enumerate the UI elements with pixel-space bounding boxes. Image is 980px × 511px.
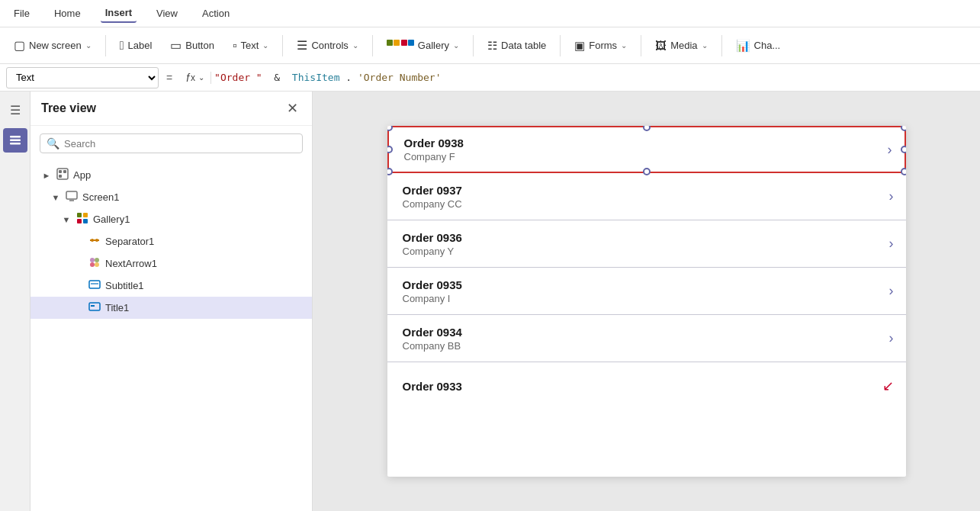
search-box: 🔍 xyxy=(40,133,303,153)
svg-point-17 xyxy=(95,258,99,262)
gallery-row-3[interactable]: Order 0936 Company Y › xyxy=(387,220,906,268)
row2-title: Order 0937 xyxy=(403,184,882,197)
svg-rect-0 xyxy=(10,136,21,138)
row3-title: Order 0936 xyxy=(403,231,882,244)
forms-caret: ⌄ xyxy=(621,41,627,50)
gallery-button[interactable]: Gallery ⌄ xyxy=(379,37,467,54)
toolbar-separator-3 xyxy=(372,35,373,56)
row2-text: Order 0937 Company CC xyxy=(403,184,882,210)
svg-point-16 xyxy=(90,258,95,262)
svg-rect-12 xyxy=(83,219,88,223)
svg-point-14 xyxy=(91,239,94,242)
new-screen-button[interactable]: ▢ New screen ⌄ xyxy=(6,35,99,56)
layers-icon[interactable] xyxy=(3,128,27,153)
tree-header: Tree view ✕ xyxy=(31,92,312,126)
sidebar-icons: ☰ xyxy=(0,92,31,511)
gallery-row-1[interactable]: Order 0938 Company F › xyxy=(387,126,906,173)
text-icon: ▫ xyxy=(233,39,237,53)
controls-icon: ☰ xyxy=(297,38,307,53)
svg-rect-6 xyxy=(59,175,62,178)
tree-item-title1[interactable]: Title1 xyxy=(31,297,312,319)
menu-action[interactable]: Action xyxy=(198,5,234,22)
svg-rect-20 xyxy=(89,281,100,288)
tree-close-button[interactable]: ✕ xyxy=(283,99,301,117)
app-label: App xyxy=(73,169,91,181)
text-button[interactable]: ▫ Text ⌄ xyxy=(225,36,277,56)
chart-icon: 📊 xyxy=(736,39,750,53)
fx-button[interactable]: f x ⌄ xyxy=(180,72,211,84)
media-button[interactable]: 🖼 Media ⌄ xyxy=(647,36,715,55)
svg-rect-2 xyxy=(10,143,21,145)
text-caret: ⌄ xyxy=(262,41,268,50)
datatable-label: Data table xyxy=(501,40,546,51)
media-label: Media xyxy=(670,40,697,51)
handle-mr[interactable] xyxy=(901,146,906,153)
handle-bl[interactable] xyxy=(387,168,393,175)
main-layout: ☰ Tree view ✕ 🔍 ► App ▼ xyxy=(0,92,980,511)
gallery-row-2[interactable]: Order 0937 Company CC › xyxy=(387,173,906,220)
gallery1-chevron: ▼ xyxy=(61,215,72,224)
row6-title: Order 0933 xyxy=(403,380,875,393)
row2-arrow: › xyxy=(889,188,894,204)
gallery-row-4[interactable]: Order 0935 Company I › xyxy=(387,268,906,315)
search-icon: 🔍 xyxy=(47,137,59,149)
row5-title: Order 0934 xyxy=(403,326,882,339)
row1-subtitle: Company F xyxy=(404,151,880,162)
svg-rect-11 xyxy=(77,219,82,223)
chart-button[interactable]: 📊 Cha... xyxy=(728,36,789,56)
tree-item-gallery1[interactable]: ▼ Gallery1 xyxy=(31,208,312,230)
row1-arrow: › xyxy=(888,142,892,158)
tree-item-nextarrow1[interactable]: NextArrow1 xyxy=(31,252,312,275)
row4-text: Order 0935 Company I xyxy=(403,278,882,304)
hamburger-menu-icon[interactable]: ☰ xyxy=(3,98,27,122)
menu-file[interactable]: File xyxy=(9,5,34,22)
label-button[interactable]: 𐆡 Label xyxy=(112,36,160,56)
row3-text: Order 0936 Company Y xyxy=(403,231,882,257)
controls-button[interactable]: ☰ Controls ⌄ xyxy=(289,35,365,56)
tree-item-app[interactable]: ► App xyxy=(31,164,312,186)
title1-label: Title1 xyxy=(105,302,129,313)
menu-view[interactable]: View xyxy=(152,5,182,22)
menu-insert[interactable]: Insert xyxy=(101,4,137,23)
row5-text: Order 0934 Company BB xyxy=(403,326,882,352)
gallery-row-6[interactable]: Order 0933 ↙ xyxy=(387,362,906,410)
separator1-label: Separator1 xyxy=(105,236,154,247)
toolbar-separator-7 xyxy=(721,35,722,56)
toolbar-separator-1 xyxy=(105,35,106,56)
button-button[interactable]: ▭ Button xyxy=(162,35,222,56)
property-selector[interactable]: Text xyxy=(6,67,159,88)
app-canvas: Order 0938 Company F › xyxy=(387,126,906,477)
datatable-button[interactable]: ☷ Data table xyxy=(480,36,554,56)
screen1-label: Screen1 xyxy=(82,191,119,203)
formula-expression[interactable]: "Order " & ThisItem . 'Order Number' xyxy=(214,72,974,83)
tree-item-subtitle1[interactable]: Subtitle1 xyxy=(31,275,312,297)
tree-item-screen1[interactable]: ▼ Screen1 xyxy=(31,186,312,208)
svg-point-15 xyxy=(95,239,98,242)
forms-label: Forms xyxy=(589,40,617,51)
gallery-row-5[interactable]: Order 0934 Company BB › xyxy=(387,315,906,362)
title-icon xyxy=(88,300,101,315)
label-icon: 𐆡 xyxy=(120,39,124,53)
handle-bc[interactable] xyxy=(643,168,651,175)
gallery-row-1-content: Order 0938 Company F › xyxy=(389,127,904,172)
new-screen-caret: ⌄ xyxy=(85,41,92,50)
row1-title: Order 0938 xyxy=(404,137,880,149)
gallery-icon xyxy=(387,40,414,51)
controls-caret: ⌄ xyxy=(352,41,358,50)
row3-subtitle: Company Y xyxy=(403,246,882,257)
row4-subtitle: Company I xyxy=(403,293,882,304)
menu-home[interactable]: Home xyxy=(50,5,85,22)
app-icon xyxy=(56,168,69,182)
screen1-chevron: ▼ xyxy=(50,193,61,202)
row6-arrow: ↙ xyxy=(882,378,894,394)
screen-icon xyxy=(66,190,78,204)
gallery: Order 0938 Company F › xyxy=(387,126,906,477)
nextarrow-icon xyxy=(88,256,101,271)
handle-br[interactable] xyxy=(901,168,906,175)
gallery1-label: Gallery1 xyxy=(93,214,130,225)
chart-label: Cha... xyxy=(754,40,781,51)
search-input[interactable] xyxy=(64,138,296,149)
nextarrow1-label: NextArrow1 xyxy=(105,258,157,269)
forms-button[interactable]: ▣ Forms ⌄ xyxy=(567,36,635,56)
tree-item-separator1[interactable]: Separator1 xyxy=(31,230,312,252)
